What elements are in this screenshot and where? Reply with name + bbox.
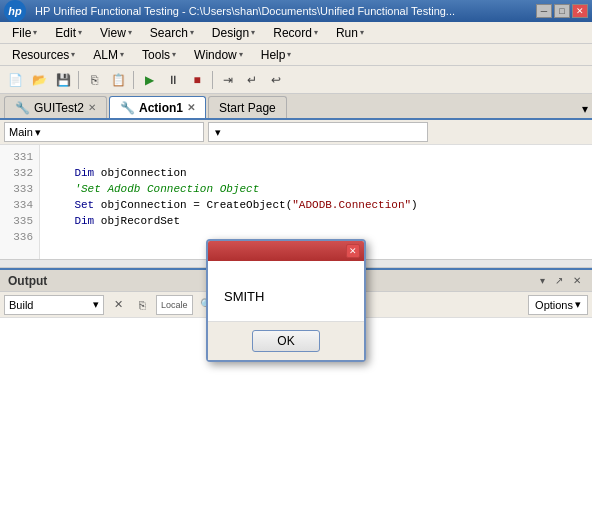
tab-action1-label: Action1 <box>139 101 183 115</box>
dialog-body: SMITH <box>208 261 364 321</box>
dialog-message: SMITH <box>224 289 264 304</box>
message-dialog: ✕ SMITH OK <box>206 239 366 362</box>
dialog-close-button[interactable]: ✕ <box>346 244 360 258</box>
dialog-ok-button[interactable]: OK <box>252 330 319 352</box>
tab-action1[interactable]: 🔧 Action1 ✕ <box>109 96 206 118</box>
dialog-overlay: ✕ SMITH OK <box>0 0 592 521</box>
dialog-titlebar: ✕ <box>208 241 364 261</box>
dialog-footer: OK <box>208 321 364 360</box>
main-window: hp HP Unified Functional Testing - C:\Us… <box>0 0 592 521</box>
tab-action1-close[interactable]: ✕ <box>187 102 195 113</box>
tab-action1-icon: 🔧 <box>120 101 135 115</box>
